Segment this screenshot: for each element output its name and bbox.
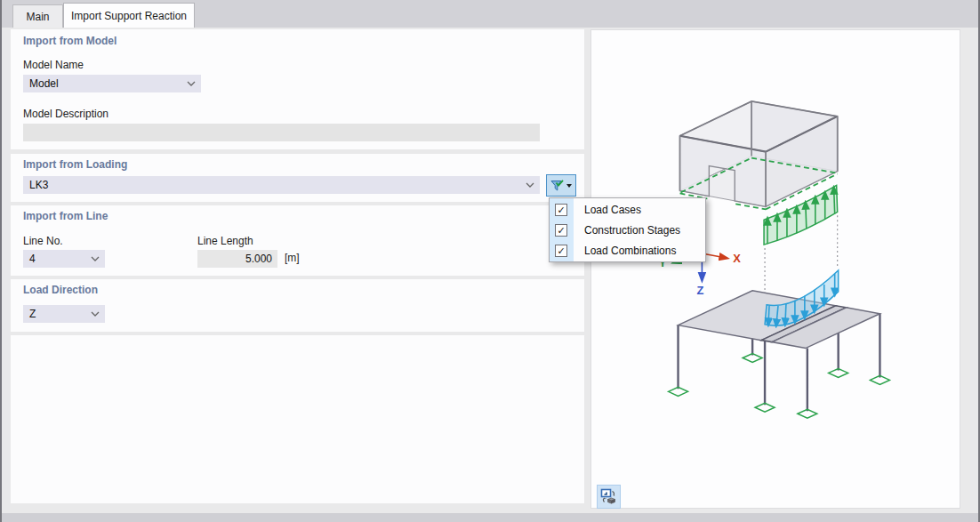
section-title-import-from-line: Import from Line — [23, 210, 108, 222]
checkbox-checked-icon: ✓ — [555, 245, 567, 257]
menu-item-label: Construction Stages — [584, 224, 680, 237]
loading-dropdown[interactable]: LK3 — [23, 176, 540, 194]
loading-value: LK3 — [29, 179, 48, 191]
empty-panel — [11, 335, 584, 503]
chevron-down-icon — [187, 81, 196, 86]
section-title-import-from-model: Import from Model — [23, 35, 116, 47]
chevron-down-icon — [526, 182, 534, 188]
loading-filter-menu: ✓ Load Cases ✓ Construction Stages ✓ Loa… — [549, 197, 706, 262]
line-no-value: 4 — [29, 253, 36, 265]
loading-filter-button[interactable] — [546, 174, 576, 197]
checkbox-checked-icon: ✓ — [555, 224, 567, 237]
model-name-label: Model Name — [23, 59, 84, 71]
chevron-down-icon — [91, 311, 100, 317]
sync-view-icon — [600, 488, 617, 505]
axis-z-label: Z — [696, 284, 703, 297]
menu-item-label: Load Combinations — [584, 245, 676, 257]
nodal-supports — [669, 354, 890, 419]
model-description-input — [23, 124, 540, 141]
load-direction-dropdown[interactable]: Z — [23, 305, 105, 323]
section-import-from-model: Import from Model Model Name Model Model… — [11, 29, 584, 149]
line-no-dropdown[interactable]: 4 — [23, 250, 105, 268]
section-title-load-direction: Load Direction — [23, 284, 98, 296]
model-viewport[interactable]: X Y Z — [590, 29, 960, 509]
model-description-label: Model Description — [23, 108, 108, 120]
model-name-value: Model — [29, 77, 59, 90]
section-title-import-from-loading: Import from Loading — [23, 158, 127, 171]
filter-funnel-check-icon — [550, 180, 564, 192]
tab-import-support-reaction[interactable]: Import Support Reaction — [63, 3, 195, 28]
tab-main[interactable]: Main — [12, 4, 63, 28]
section-load-direction: Load Direction Z — [11, 279, 584, 332]
tab-bar: Main Import Support Reaction — [2, 0, 980, 28]
line-length-field: 5.000 — [197, 250, 277, 268]
menu-item-construction-stages[interactable]: ✓ Construction Stages — [550, 220, 705, 240]
menu-item-label: Load Cases — [584, 204, 641, 216]
load-direction-value: Z — [29, 308, 36, 320]
model-3d-scene: X Y Z — [591, 30, 960, 508]
line-length-label: Line Length — [197, 235, 253, 247]
chevron-down-icon — [91, 256, 100, 261]
menu-item-load-cases[interactable]: ✓ Load Cases — [550, 199, 705, 220]
section-import-from-line: Import from Line Line No. 4 Line Length … — [11, 205, 584, 276]
dropdown-arrow-icon — [566, 184, 572, 188]
line-length-unit: [m] — [285, 252, 300, 264]
import-support-reaction-dialog: Main Import Support Reaction Import from… — [0, 0, 980, 522]
building-model — [680, 101, 838, 206]
model-name-dropdown[interactable]: Model — [23, 75, 201, 92]
viewport-sync-button[interactable] — [597, 485, 621, 509]
checkbox-checked-icon: ✓ — [555, 204, 567, 216]
line-no-label: Line No. — [23, 235, 63, 247]
section-import-from-loading: Import from Loading LK3 — [11, 154, 584, 202]
menu-item-load-combinations[interactable]: ✓ Load Combinations — [550, 240, 705, 261]
axis-x-label: X — [733, 252, 741, 265]
dialog-bottom-edge — [2, 513, 980, 522]
